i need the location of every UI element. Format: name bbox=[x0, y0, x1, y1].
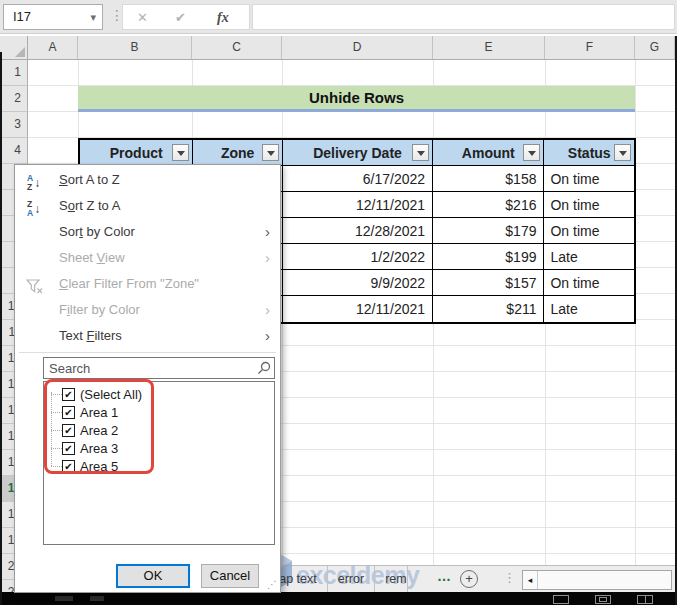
table-cell[interactable]: Late bbox=[544, 244, 634, 270]
column-header-D[interactable]: D bbox=[282, 36, 433, 59]
insert-function-icon[interactable]: fx bbox=[217, 5, 229, 31]
filter-value-label: Area 5 bbox=[80, 459, 118, 474]
sheet-tab-rem[interactable]: rem bbox=[375, 566, 408, 592]
sort-letters: AZ bbox=[27, 174, 33, 192]
cancel-entry-icon: ✕ bbox=[137, 5, 148, 31]
tree-stub bbox=[51, 448, 62, 449]
filter-value-label: Area 2 bbox=[80, 423, 118, 438]
table-cell[interactable]: On time bbox=[544, 270, 634, 296]
ok-button[interactable]: OK bbox=[116, 564, 190, 588]
table-cell[interactable]: 12/28/2021 bbox=[283, 218, 433, 244]
table-header-status[interactable]: Status bbox=[544, 140, 634, 166]
sheet-tab-error[interactable]: error bbox=[328, 566, 375, 592]
table-cell[interactable]: On time bbox=[544, 192, 634, 218]
new-sheet-button[interactable]: + bbox=[460, 570, 478, 588]
sort-letter: A bbox=[27, 209, 33, 218]
row-header-4[interactable]: 4 bbox=[0, 138, 28, 164]
checkbox-checked-icon[interactable]: ✔ bbox=[62, 442, 75, 455]
table-cell[interactable]: $179 bbox=[433, 218, 544, 244]
column-header-E[interactable]: E bbox=[433, 36, 545, 59]
checkbox-checked-icon[interactable]: ✔ bbox=[62, 460, 75, 473]
status-artifact bbox=[90, 596, 104, 601]
formula-input[interactable] bbox=[252, 4, 675, 30]
table-header-amount[interactable]: Amount bbox=[433, 140, 544, 166]
table-cell[interactable]: $158 bbox=[433, 166, 544, 192]
table-header-product[interactable]: Product bbox=[80, 140, 193, 166]
status-bar-strip bbox=[0, 592, 677, 605]
table-header-label: Zone bbox=[221, 145, 254, 161]
chevron-down-icon[interactable]: ▾ bbox=[90, 5, 96, 29]
submenu-arrow-icon: › bbox=[265, 245, 270, 271]
table-header-label: Product bbox=[110, 145, 163, 161]
name-box[interactable]: I17 ▾ bbox=[3, 4, 103, 30]
search-icon bbox=[257, 361, 271, 375]
table-cell[interactable]: Late bbox=[544, 296, 634, 322]
filter-value-label: Area 1 bbox=[80, 405, 118, 420]
horizontal-scrollbar[interactable]: ◂ bbox=[522, 570, 672, 590]
table-cell[interactable]: 12/11/2021 bbox=[283, 296, 433, 322]
more-sheets-ellipsis[interactable]: … bbox=[437, 568, 452, 584]
zone-filter-dropdown: AZ↓Sort A to ZZA↓Sort Z to ASort by Colo… bbox=[14, 164, 281, 593]
table-cell[interactable]: 9/9/2022 bbox=[283, 270, 433, 296]
filter-dropdown-icon[interactable] bbox=[172, 144, 189, 161]
filter-value-item[interactable]: ✔(Select All) bbox=[44, 385, 274, 403]
table-cell[interactable]: On time bbox=[544, 166, 634, 192]
table-header-label: Status bbox=[568, 145, 611, 161]
filter-value-item[interactable]: ✔Area 2 bbox=[44, 421, 274, 439]
checkbox-checked-icon[interactable]: ✔ bbox=[62, 406, 75, 419]
table-cell[interactable]: 12/11/2021 bbox=[283, 192, 433, 218]
table-header-zone[interactable]: Zone bbox=[193, 140, 283, 166]
menu-item-sort-by-color[interactable]: Sort by Color› bbox=[15, 219, 280, 245]
tabbar-divider-dots: ⋮ bbox=[503, 570, 516, 585]
column-header-B[interactable]: B bbox=[78, 36, 192, 59]
page-break-view-icon[interactable] bbox=[637, 595, 653, 604]
menu-item-label: Text Filters bbox=[59, 328, 122, 343]
search-input[interactable] bbox=[43, 357, 275, 379]
filter-value-label: Area 3 bbox=[80, 441, 118, 456]
page-layout-view-icon[interactable] bbox=[595, 595, 611, 604]
menu-item-text-filters[interactable]: Text Filters› bbox=[15, 323, 280, 349]
cancel-button[interactable]: Cancel bbox=[201, 564, 259, 588]
filter-dropdown-icon[interactable] bbox=[262, 144, 279, 161]
excel-window: I17 ▾ ⋮ ✕ ✔ fx ABCDEFG 12345678910111213… bbox=[0, 0, 677, 605]
table-cell[interactable]: $199 bbox=[433, 244, 544, 270]
filter-dropdown-icon[interactable] bbox=[614, 144, 631, 161]
checkbox-checked-icon[interactable]: ✔ bbox=[62, 424, 75, 437]
menu-item-sort-a-to-z[interactable]: AZ↓Sort A to Z bbox=[15, 167, 280, 193]
menu-separator bbox=[19, 352, 276, 353]
table-header-label: Delivery Date bbox=[313, 145, 402, 161]
scroll-left-icon[interactable]: ◂ bbox=[523, 571, 538, 589]
status-artifact bbox=[55, 596, 73, 601]
filter-value-item[interactable]: ✔Area 5 bbox=[44, 457, 274, 475]
filter-value-item[interactable]: ✔Area 3 bbox=[44, 439, 274, 457]
column-headers: ABCDEFG bbox=[0, 36, 677, 60]
table-cell[interactable]: $157 bbox=[433, 270, 544, 296]
filter-dropdown-icon[interactable] bbox=[523, 144, 540, 161]
column-header-F[interactable]: F bbox=[545, 36, 635, 59]
column-header-C[interactable]: C bbox=[192, 36, 282, 59]
column-header-A[interactable]: A bbox=[28, 36, 78, 59]
table-header-label: Amount bbox=[462, 145, 515, 161]
normal-view-icon[interactable] bbox=[553, 595, 569, 604]
menu-item-sort-z-to-a[interactable]: ZA↓Sort Z to A bbox=[15, 193, 280, 219]
column-header-G[interactable]: G bbox=[635, 36, 675, 59]
table-cell[interactable]: $211 bbox=[433, 296, 544, 322]
table-header-delivery-date[interactable]: Delivery Date bbox=[283, 140, 433, 166]
row-header-3[interactable]: 3 bbox=[0, 112, 28, 138]
filter-value-item[interactable]: ✔Area 1 bbox=[44, 403, 274, 421]
table-cell[interactable]: $216 bbox=[433, 192, 544, 218]
filter-value-label: (Select All) bbox=[80, 387, 142, 402]
formula-bar: I17 ▾ ⋮ ✕ ✔ fx bbox=[0, 0, 677, 34]
checkbox-checked-icon[interactable]: ✔ bbox=[62, 388, 75, 401]
menu-item-filter-by-color: Filter by Color› bbox=[15, 297, 280, 323]
filter-dropdown-icon[interactable] bbox=[412, 144, 429, 161]
table-cell[interactable]: 1/2/2022 bbox=[283, 244, 433, 270]
row-header-1[interactable]: 1 bbox=[0, 60, 28, 86]
select-all-corner[interactable] bbox=[0, 36, 28, 59]
resize-grip[interactable]: ⋰ bbox=[267, 580, 277, 590]
screenshot-left-edge bbox=[0, 52, 2, 605]
table-cell[interactable]: On time bbox=[544, 218, 634, 244]
table-cell[interactable]: 6/17/2022 bbox=[283, 166, 433, 192]
row-header-2[interactable]: 2 bbox=[0, 86, 28, 112]
table-header-row: ProductZoneDelivery DateAmountStatus bbox=[80, 140, 634, 166]
